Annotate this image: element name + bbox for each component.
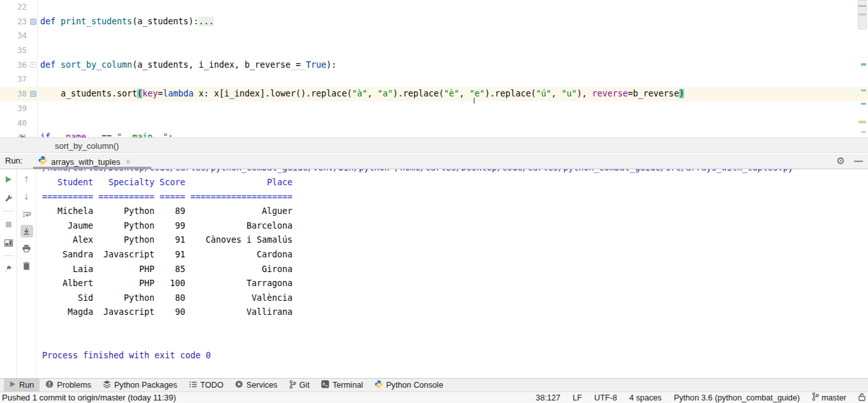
- console-line: Jaume Python 99 Barcelona: [42, 219, 868, 234]
- error-stripe-mark: [861, 63, 866, 66]
- todo-icon: [189, 381, 197, 390]
- status-widget-label: Python 3.6 (python_combat_guide): [674, 393, 800, 402]
- stop-icon[interactable]: [2, 218, 15, 231]
- gutter-marker-icon[interactable]: [30, 19, 36, 25]
- toolwindow-button-todo[interactable]: TODO: [183, 379, 229, 392]
- soft-wrap-icon[interactable]: [20, 208, 33, 220]
- line-number: 23: [0, 15, 27, 29]
- code-text: def print_students(a_students):...: [40, 15, 214, 29]
- status-widget-label: 38:127: [535, 393, 560, 402]
- toolwindow-bar: RunProblemsPython PackagesTODOServicesGi…: [0, 378, 868, 392]
- console-line: Student Specialty Score Place: [42, 176, 868, 190]
- status-widget-4-spaces[interactable]: 4 spaces: [629, 393, 662, 402]
- console-line: /home/carles/Desktop/code/carles/python_…: [42, 169, 868, 176]
- code-line[interactable]: 36−def sort_by_column(a_students, i_inde…: [0, 58, 868, 73]
- status-bar: Pushed 1 commit to origin/master (today …: [0, 392, 868, 403]
- toolwindow-button-label: Run: [19, 381, 34, 390]
- minimize-icon[interactable]: —: [854, 156, 863, 166]
- status-widget-label: master: [821, 393, 846, 402]
- toolwindow-button-problems[interactable]: Problems: [40, 379, 97, 392]
- close-icon[interactable]: ✕: [125, 158, 130, 165]
- code-line[interactable]: 22: [0, 0, 868, 15]
- run-panel-title: Run:: [5, 156, 22, 165]
- toolwindow-button-label: Python Packages: [114, 381, 177, 390]
- git-branch-icon: [812, 392, 819, 403]
- restore-layout-icon[interactable]: [2, 236, 15, 249]
- toolwindow-button-label: Services: [246, 381, 278, 390]
- error-stripe-mark: [861, 89, 866, 91]
- line-number: 35: [0, 43, 27, 58]
- console-line: Michela Python 89 Alguer: [42, 204, 868, 219]
- toolbar-separator: [3, 255, 14, 256]
- fold-marker-icon[interactable]: −: [30, 62, 36, 68]
- line-number: 40: [0, 116, 27, 131]
- run-toolbar: [0, 169, 17, 378]
- editor-context-bar: sort_by_column(): [0, 137, 868, 153]
- services-icon: [235, 380, 243, 390]
- line-number: 36: [0, 58, 27, 73]
- toolwindow-button-python-packages[interactable]: Python Packages: [97, 379, 183, 392]
- console-line: Laia PHP 85 Girona: [42, 262, 868, 277]
- error-stripe-mark: [861, 131, 866, 133]
- toolbar-separator: [3, 211, 14, 211]
- status-bar-widgets: 38:127LFUTF-84 spacesPython 3.6 (python_…: [535, 392, 868, 403]
- console-line: ========== =========== ===== ===========…: [42, 190, 868, 205]
- print-icon[interactable]: [20, 242, 33, 255]
- code-line[interactable]: 38 a_students.sort(key=lambda x: x[i_ind…: [0, 87, 868, 102]
- status-widget-python-3-6-python-combat-guide-[interactable]: Python 3.6 (python_combat_guide): [674, 393, 800, 402]
- toolwindow-button-terminal[interactable]: Terminal: [315, 379, 369, 392]
- console-line: [42, 320, 868, 335]
- clear-icon[interactable]: [20, 259, 33, 272]
- status-widget-master[interactable]: master: [812, 392, 846, 403]
- wrench-icon[interactable]: [2, 192, 15, 204]
- vcs-push-notification: Pushed 1 commit to origin/master (today …: [2, 393, 176, 402]
- console-line: [42, 335, 868, 349]
- code-text: a_students.sort(key=lambda x: x[i_index]…: [40, 87, 684, 102]
- up-stack-icon[interactable]: ↑: [20, 173, 33, 186]
- python-icon: [375, 380, 383, 390]
- code-text: if __name__ == "__main__":: [40, 130, 173, 137]
- console-line: Albert PHP 100 Tarragona: [42, 277, 868, 291]
- code-line[interactable]: 39: [0, 102, 868, 116]
- code-line[interactable]: 23def print_students(a_students):...: [0, 15, 868, 29]
- run-toolwindow-icon: [10, 381, 16, 390]
- mouse-ibeam-cursor: I: [473, 96, 478, 105]
- status-widget-38-127[interactable]: 38:127: [535, 393, 560, 402]
- pin-icon[interactable]: [2, 262, 15, 275]
- code-line[interactable]: 41if __name__ == "__main__":: [0, 130, 868, 137]
- console-line: Magda Javascript 90 Vallirana: [42, 305, 868, 320]
- problems-icon: [45, 380, 54, 390]
- gutter-marker-icon[interactable]: [30, 91, 36, 97]
- toolwindow-button-label: Problems: [57, 381, 91, 390]
- scroll-to-end-icon[interactable]: [20, 225, 33, 238]
- code-line[interactable]: 34: [0, 29, 868, 43]
- code-line[interactable]: 35: [0, 43, 868, 58]
- rerun-icon[interactable]: [2, 173, 15, 186]
- code-line[interactable]: 37: [0, 72, 868, 87]
- status-widget-label: UTF-8: [594, 393, 617, 402]
- code-editor[interactable]: 2223def print_students(a_students):...34…: [0, 0, 868, 137]
- toolwindow-button-run[interactable]: Run: [4, 379, 40, 392]
- toolwindow-button-services[interactable]: Services: [229, 379, 283, 392]
- toolwindow-button-python-console[interactable]: Python Console: [369, 379, 449, 392]
- toolwindow-button-label: TODO: [200, 381, 223, 390]
- error-stripe-mark: [858, 121, 866, 123]
- git-branch-icon: [289, 380, 296, 391]
- gear-icon[interactable]: ⚙: [837, 155, 845, 167]
- status-widget-utf-8[interactable]: UTF-8: [594, 393, 617, 402]
- error-stripe-mark: [858, 5, 866, 7]
- python-icon: [38, 156, 47, 167]
- run-panel-header: Run: arrays_with_tuples ✕ ⚙ —: [0, 154, 868, 169]
- console-line: Process finished with exit code 0: [42, 349, 868, 363]
- status-widget-lf[interactable]: LF: [572, 393, 582, 402]
- status-widget-lock[interactable]: [858, 393, 865, 403]
- run-panel-body: ↑↓ /home/carles/Desktop/code/carles/pyth…: [0, 169, 868, 378]
- line-number: 34: [0, 29, 27, 43]
- status-widget-label: LF: [572, 393, 582, 402]
- toolwindow-button-git[interactable]: Git: [283, 379, 315, 392]
- console-line: Sandra Javascript 91 Cardona: [42, 248, 868, 262]
- run-console-output[interactable]: /home/carles/Desktop/code/carles/python_…: [36, 169, 868, 378]
- down-stack-icon[interactable]: ↓: [20, 190, 33, 203]
- run-tab-label: arrays_with_tuples: [51, 157, 120, 167]
- code-line[interactable]: 40: [0, 116, 868, 131]
